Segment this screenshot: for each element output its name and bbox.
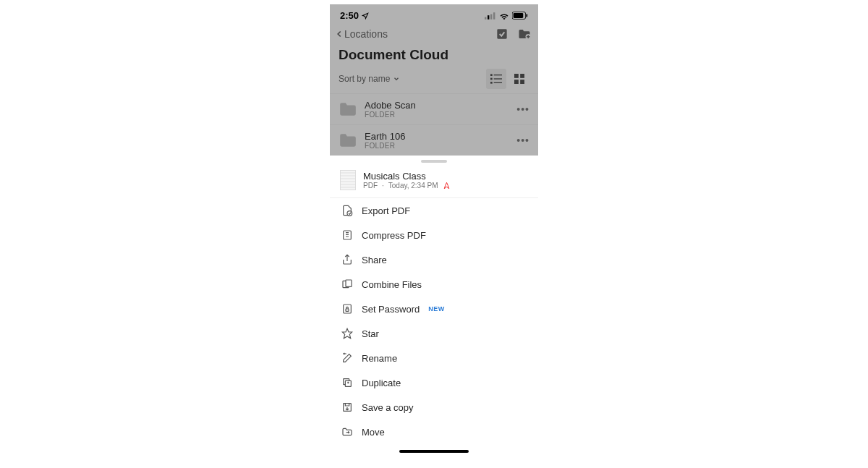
location-arrow-icon	[362, 12, 369, 20]
svg-rect-7	[497, 29, 506, 38]
svg-rect-0	[485, 17, 486, 19]
action-duplicate[interactable]: Duplicate	[330, 370, 538, 395]
action-label: Export PDF	[362, 205, 410, 216]
file-thumbnail	[340, 170, 356, 190]
sort-label: Sort by name	[339, 74, 390, 84]
folder-row[interactable]: Adobe Scan FOLDER •••	[330, 93, 538, 124]
svg-rect-5	[514, 13, 524, 18]
chevron-left-icon	[334, 28, 344, 40]
action-move[interactable]: Move	[330, 420, 538, 444]
file-type: PDF	[363, 182, 378, 190]
checkbox-icon[interactable]	[496, 28, 508, 40]
svg-rect-15	[514, 74, 519, 78]
svg-rect-17	[514, 80, 519, 84]
action-label: Combine Files	[362, 279, 422, 290]
folder-more-button[interactable]: •••	[516, 103, 529, 115]
action-save-copy[interactable]: Save a copy	[330, 395, 538, 420]
folder-more-button[interactable]: •••	[516, 135, 529, 146]
svg-point-19	[347, 211, 352, 216]
folder-name: Adobe Scan	[365, 100, 509, 111]
action-share[interactable]: Share	[330, 247, 538, 272]
file-time: Today, 2:34 PM	[388, 182, 438, 190]
status-bar: 2:50	[330, 7, 538, 25]
sheet-file-meta: PDF · Today, 2:34 PM	[363, 182, 451, 190]
wifi-icon	[499, 12, 509, 20]
save-copy-icon	[341, 401, 353, 413]
battery-icon	[512, 12, 528, 20]
chevron-down-icon	[393, 75, 400, 82]
svg-rect-1	[488, 15, 489, 20]
action-compress-pdf[interactable]: Compress PDF	[330, 223, 538, 247]
list-view-button[interactable]	[486, 69, 506, 89]
title-row: Document Cloud	[330, 46, 538, 69]
action-combine-files[interactable]: Combine Files	[330, 272, 538, 297]
action-star[interactable]: Star	[330, 321, 538, 346]
action-label: Duplicate	[362, 378, 401, 388]
action-sheet: Musicals Class PDF · Today, 2:34 PM Expo…	[330, 156, 538, 453]
page-title: Document Cloud	[339, 47, 529, 63]
export-pdf-icon	[341, 205, 353, 216]
svg-rect-24	[346, 309, 349, 311]
sheet-file-name: Musicals Class	[363, 171, 451, 182]
cellular-icon	[485, 12, 496, 20]
acrobat-icon	[443, 182, 451, 190]
back-button[interactable]: Locations	[334, 28, 388, 40]
sheet-header: Musicals Class PDF · Today, 2:34 PM	[330, 167, 538, 198]
svg-rect-12	[494, 78, 502, 79]
svg-rect-10	[494, 75, 502, 75]
sort-button[interactable]: Sort by name	[339, 74, 400, 84]
star-icon	[341, 328, 353, 339]
svg-rect-13	[490, 82, 493, 84]
list-icon	[490, 74, 502, 84]
svg-rect-22	[346, 280, 352, 286]
action-label: Set Password	[362, 304, 420, 315]
sort-row: Sort by name	[330, 69, 538, 93]
drag-handle[interactable]	[421, 160, 447, 163]
folder-add-icon[interactable]	[518, 28, 531, 40]
action-label: Move	[362, 427, 385, 438]
share-icon	[341, 254, 353, 265]
new-badge: NEW	[428, 305, 445, 312]
svg-rect-3	[493, 12, 495, 20]
svg-rect-2	[490, 14, 492, 19]
folder-icon	[339, 132, 357, 148]
svg-rect-11	[490, 78, 493, 80]
action-label: Star	[362, 328, 379, 339]
folder-row[interactable]: Earth 106 FOLDER •••	[330, 124, 538, 156]
svg-rect-18	[520, 80, 524, 84]
folder-sub: FOLDER	[365, 111, 509, 119]
action-rename[interactable]: Rename	[330, 346, 538, 370]
action-label: Compress PDF	[362, 230, 426, 241]
svg-rect-14	[494, 82, 502, 83]
action-set-password[interactable]: Set Password NEW	[330, 297, 538, 321]
status-indicators	[485, 12, 528, 20]
svg-marker-25	[342, 328, 352, 338]
nav-bar: Locations	[330, 25, 538, 46]
move-icon	[341, 426, 353, 438]
folder-sub: FOLDER	[365, 142, 509, 150]
grid-view-button[interactable]	[509, 69, 529, 89]
folder-text: Adobe Scan FOLDER	[365, 100, 509, 119]
compress-icon	[341, 229, 353, 241]
action-label: Save a copy	[362, 402, 414, 413]
svg-rect-9	[490, 74, 493, 76]
back-label: Locations	[344, 28, 388, 40]
lock-icon	[341, 303, 353, 315]
svg-rect-20	[344, 231, 352, 239]
action-label: Rename	[362, 353, 397, 364]
grid-icon	[514, 74, 524, 84]
folder-text: Earth 106 FOLDER	[365, 131, 509, 150]
combine-icon	[341, 278, 353, 290]
status-time-group: 2:50	[340, 10, 369, 21]
action-label: Share	[362, 255, 387, 265]
folder-name: Earth 106	[365, 131, 509, 142]
dimmed-background: 2:50 Locations Document Cloud	[330, 4, 538, 156]
action-export-pdf[interactable]: Export PDF	[330, 198, 538, 223]
svg-rect-6	[526, 14, 527, 17]
duplicate-icon	[341, 377, 353, 388]
home-indicator[interactable]	[399, 450, 469, 453]
phone-frame: 2:50 Locations Document Cloud	[330, 4, 538, 468]
svg-rect-16	[520, 74, 524, 78]
status-time: 2:50	[340, 10, 359, 21]
folder-icon	[339, 101, 357, 117]
